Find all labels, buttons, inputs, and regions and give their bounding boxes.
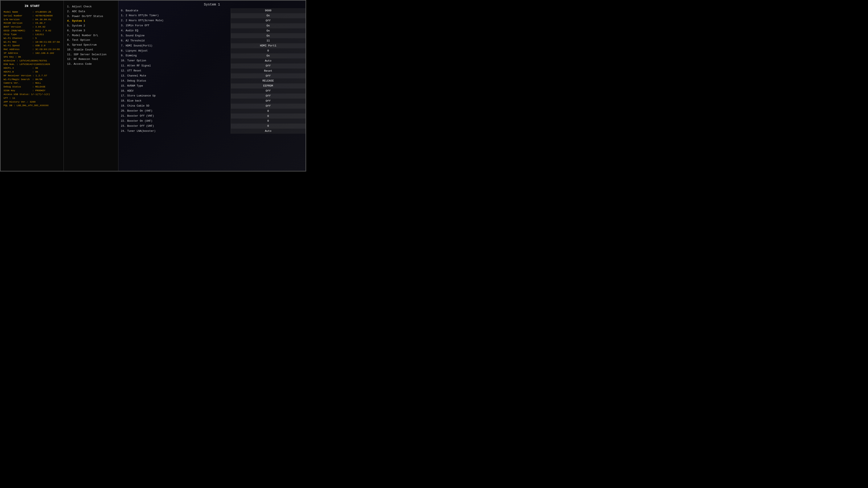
system-row[interactable]: 22. Booster On (UHF)0 xyxy=(118,119,306,124)
info-bottom: PQL DB : LGD_DHL_ATV_SOC_XXXXXX xyxy=(4,104,61,107)
system-row[interactable]: 17. Store Luminance UpOff xyxy=(118,94,306,99)
system-row-value: Off xyxy=(231,73,306,78)
info-row: S/W Version : 04.30.09.01 xyxy=(4,18,61,22)
menu-item[interactable]: 8. Test Option xyxy=(67,38,115,43)
menu-item[interactable]: 7. Model Number D/L xyxy=(67,33,115,38)
system-row[interactable]: 14. Debug StatusRELEASE xyxy=(118,78,306,84)
system-row[interactable]: 20. Booster On (VHF)0 xyxy=(118,109,306,114)
system-row-label: 22. Booster On (UHF) xyxy=(118,119,231,124)
system-row-value: Off xyxy=(231,89,306,94)
system-row-value: Off xyxy=(231,94,306,99)
system-row-label: 20. Booster On (VHF) xyxy=(118,109,231,114)
system-row-value: On xyxy=(231,28,306,33)
info-row: MAC Address : 3C:CD:93:23:24:EE xyxy=(4,47,61,51)
info-row: EDID (RGB/HDMI) : NULL / 0.02 xyxy=(4,29,61,33)
info-label: Wi-Fi Speed xyxy=(4,44,31,47)
info-bottom: UTT : 11 xyxy=(4,96,61,100)
system-row[interactable]: 3. 15Min Force OffOn xyxy=(118,23,306,28)
menu-item[interactable]: 11. SDP Server Selection xyxy=(67,52,115,57)
info-row: IP Address : 192.168.0.102 xyxy=(4,51,61,55)
system-row[interactable]: 8. Lipsync Adjust0 xyxy=(118,48,306,54)
system-row-value: Auto xyxy=(231,129,306,134)
menu-item[interactable]: 3. Power On/Off Status xyxy=(67,14,115,19)
info-label: IP Address xyxy=(4,51,31,55)
info-label: Wi-Fi MAC xyxy=(4,40,31,44)
system-row-value: HDMI Port1 xyxy=(231,43,306,48)
system-row-label: 8. Lipsync Adjust xyxy=(118,48,231,54)
menu-item[interactable]: 13. Access Code xyxy=(67,62,115,67)
info-label: Debug Status xyxy=(4,85,31,89)
system-row[interactable]: 7. HDMI Sound(Port1)HDMI Port1 xyxy=(118,43,306,48)
system-row-label: 15. NVRAM Type xyxy=(118,84,231,89)
left-panel: IN START Model Name : 47LB650V-ZESerial … xyxy=(1,1,64,171)
system-row[interactable]: 5. Sound EngineOn xyxy=(118,33,306,38)
info-value: : V3.00.7 xyxy=(31,21,45,25)
system-row[interactable]: 2. 2 Hours Off(Screen Mute)Off xyxy=(118,18,306,23)
system-row-label: 16. HDEV xyxy=(118,89,231,94)
info-row: Chip Type : LG1311 xyxy=(4,33,61,36)
menu-item[interactable]: 9. Spread Spectrum xyxy=(67,43,115,47)
info-value: : NULL / 0.02 xyxy=(31,29,51,33)
system-row[interactable]: 15. NVRAM TypeEEPROM xyxy=(118,84,306,89)
menu-item[interactable]: 1. Adjust Check xyxy=(67,4,115,9)
system-row[interactable]: 9. DimmingOn xyxy=(118,54,306,58)
right-panel-title: System 1 xyxy=(118,3,306,6)
menu-item[interactable]: 6. System 3 xyxy=(67,28,115,33)
system-row[interactable]: 19. China Cable SOOff xyxy=(118,104,306,109)
info-value: : 1.2.7.57 xyxy=(31,74,47,77)
info-label: S/W Version xyxy=(4,18,31,22)
system-row-value: Off xyxy=(231,99,306,104)
info-row: HDCP1.4 : OK xyxy=(4,66,61,70)
system-row[interactable]: 16. HDEVOff xyxy=(118,89,306,94)
info-label: HDCP1.4 xyxy=(4,66,31,70)
menu-item[interactable]: 5. System 2 xyxy=(67,24,115,28)
info-row: Wi-Fi/Magic Search : OK/OK xyxy=(4,77,61,82)
system-row[interactable]: 6. A2 Threshold11 xyxy=(118,38,306,43)
system-row[interactable]: 23. Booster Off (UHF)0 xyxy=(118,124,306,129)
info-row: Camera Ver. : NULL xyxy=(4,81,61,85)
info-row: SIGN Key : PRODKEY xyxy=(4,89,61,93)
system-row-label: 21. Booster Off (VHF) xyxy=(118,113,231,119)
system-row-value: 0 xyxy=(231,48,306,54)
info-value: : 47LB650V-ZE xyxy=(31,10,51,14)
info-value: : LG1311 xyxy=(31,33,44,36)
info-label: Model Name xyxy=(4,10,31,14)
system-row-label: 12. UTT Reset xyxy=(118,68,231,73)
info-value: : NULL xyxy=(31,81,41,85)
info-value: : OK xyxy=(31,70,38,74)
info-label: Chip Type xyxy=(4,33,31,36)
system-row[interactable]: 12. UTT ResetReset xyxy=(118,68,306,73)
system-row-label: 0. Baudrate xyxy=(118,8,231,13)
system-row[interactable]: 11. Atten RF SignalOff xyxy=(118,63,306,68)
info-label: EDID (RGB/HDMI) xyxy=(4,29,31,33)
system-row-label: 5. Sound Engine xyxy=(118,33,231,38)
system-row[interactable]: 24. Tuner LNA(booster)Auto xyxy=(118,129,306,134)
system-row[interactable]: 0. Baudrate9600 xyxy=(118,8,306,13)
system-row-label: 11. Atten RF Signal xyxy=(118,63,231,68)
system-row[interactable]: 10. Tuner OptionAuto xyxy=(118,58,306,63)
right-panel: System 1 0. Baudrate96001. 2 Hours Off(O… xyxy=(118,1,306,171)
info-single: Widevine : LGTV14CLGE001783781 xyxy=(4,59,61,63)
menu-item[interactable]: 12. RF Remocon Test xyxy=(67,57,115,62)
system-row-label: 7. HDMI Sound(Port1) xyxy=(118,43,231,48)
main-screen: IN START Model Name : 47LB650V-ZESerial … xyxy=(0,0,306,171)
menu-item[interactable]: 2. ADC Data xyxy=(67,9,115,14)
system-row-label: 2. 2 Hours Off(Screen Mute) xyxy=(118,18,231,23)
system-row-value: On xyxy=(231,54,306,58)
system-row[interactable]: 4. Audio EQOn xyxy=(118,28,306,33)
system-row-value: EEPROM xyxy=(231,84,306,89)
menu-item[interactable]: 4. System 1 xyxy=(67,19,115,24)
menu-item[interactable]: 10. Stable Count xyxy=(67,47,115,52)
info-row: MICOM Version : V3.00.7 xyxy=(4,21,61,25)
info-bottom: Access USB Status: 1/-1(T)/-1(C) xyxy=(4,93,61,96)
info-value: : PRODKEY xyxy=(31,89,45,93)
system-row[interactable]: 1. 2 Hours Off(On Timer)On xyxy=(118,13,306,18)
system-row[interactable]: 13. Channel MuteOff xyxy=(118,73,306,78)
system-row[interactable]: 21. Booster Off (VHF)0 xyxy=(118,113,306,119)
info-value: : 04.30.09.01 xyxy=(31,18,51,22)
system-row-label: 6. A2 Threshold xyxy=(118,38,231,43)
info-value: : 3.04.02 xyxy=(31,25,45,29)
system-row[interactable]: 18. Blue backOff xyxy=(118,99,306,104)
system-row-label: 23. Booster Off (UHF) xyxy=(118,124,231,129)
info-label: Wi-Fi/Magic Search xyxy=(4,77,31,82)
